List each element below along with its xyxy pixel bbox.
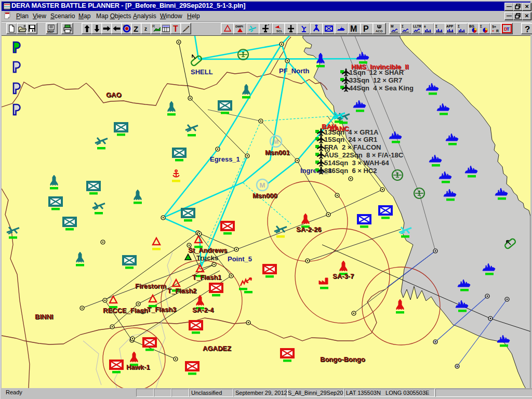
svg-text:Msn001: Msn001 [265,149,290,156]
svg-text:AUS_22Sqn 8 × F/A-18C: AUS_22Sqn 8 × F/A-18C [324,151,404,159]
svg-text:Bongo-Bongo: Bongo-Bongo [320,355,365,363]
svg-text:Σ: Σ [480,24,482,28]
svg-text:514Sqn 3 × WAH-64: 514Sqn 3 × WAH-64 [324,159,389,167]
svg-text:RECCE_Flash: RECCE_Flash [103,307,148,314]
svg-text:M: M [350,24,357,33]
svg-text:?: ? [525,24,530,34]
svg-text:13Sqn 4 × GR1A: 13Sqn 4 × GR1A [324,128,379,136]
svg-text:SHELL: SHELL [191,68,213,76]
svg-text:St_Andrews: St_Andrews [188,246,227,254]
svg-text:R: R [496,29,499,33]
svg-text:Msn000: Msn000 [252,192,277,200]
svg-text:1Sqn 12 × SHAR: 1Sqn 12 × SHAR [349,69,404,76]
svg-text:SCL: SCL [276,30,283,33]
svg-text:z: z [144,26,147,32]
svg-text:33Sqn 12 × GR7: 33Sqn 12 × GR7 [349,76,402,84]
svg-text:Hawk-1: Hawk-1 [126,363,150,371]
svg-text:T_Flash2: T_Flash2 [167,287,196,295]
svg-text:c: c [123,24,125,28]
svg-text:BG: BG [469,24,474,28]
svg-text:BINNI: BINNI [35,313,53,321]
svg-text:SA-3-7: SA-3-7 [332,272,354,280]
svg-text:R: R [152,24,155,28]
svg-text:SA-2-4: SA-2-4 [192,306,214,314]
svg-text:T: T [507,26,510,32]
svg-text:Trucks: Trucks [196,254,218,262]
svg-text:LLTR: LLTR [413,24,421,28]
svg-text:886Sqn 6 × HC2: 886Sqn 6 × HC2 [324,167,377,175]
svg-text:Σ: Σ [458,24,460,28]
svg-text:Z: Z [134,24,138,33]
svg-text:PF_North: PF_North [279,67,310,75]
svg-text:Egress_1: Egress_1 [210,155,240,163]
svg-text:Firestorm: Firestorm [135,282,166,290]
svg-text:APP: APP [446,24,454,28]
svg-text:15Sqn 24 × GR1: 15Sqn 24 × GR1 [324,136,377,143]
svg-text:Σ: Σ [402,24,404,28]
svg-text:M: M [391,24,393,28]
svg-text:5»: 5» [492,25,496,29]
svg-text:FRA 2 × FALCON: FRA 2 × FALCON [324,143,381,151]
svg-text:AGADEZ: AGADEZ [203,344,231,352]
svg-text:T_Flash3: T_Flash3 [147,305,176,313]
svg-text:MBP: MBP [47,30,54,33]
svg-text:SA-2-26: SA-2-26 [296,225,321,233]
svg-text:DMPI: DMPI [235,25,243,28]
svg-text:Σ: Σ [435,24,437,28]
svg-text:44Sqn 4 × Sea King: 44Sqn 4 × Sea King [349,84,414,92]
svg-text:T_Flash1: T_Flash1 [192,273,221,281]
svg-text:Point_5: Point_5 [228,255,252,263]
svg-text:T: T [173,24,178,33]
svg-text:±: ± [424,24,426,28]
svg-text:GAO: GAO [106,91,122,99]
svg-text:P: P [363,24,369,33]
svg-text:«: « [492,29,494,33]
svg-text:ACO: ACO [376,30,383,33]
